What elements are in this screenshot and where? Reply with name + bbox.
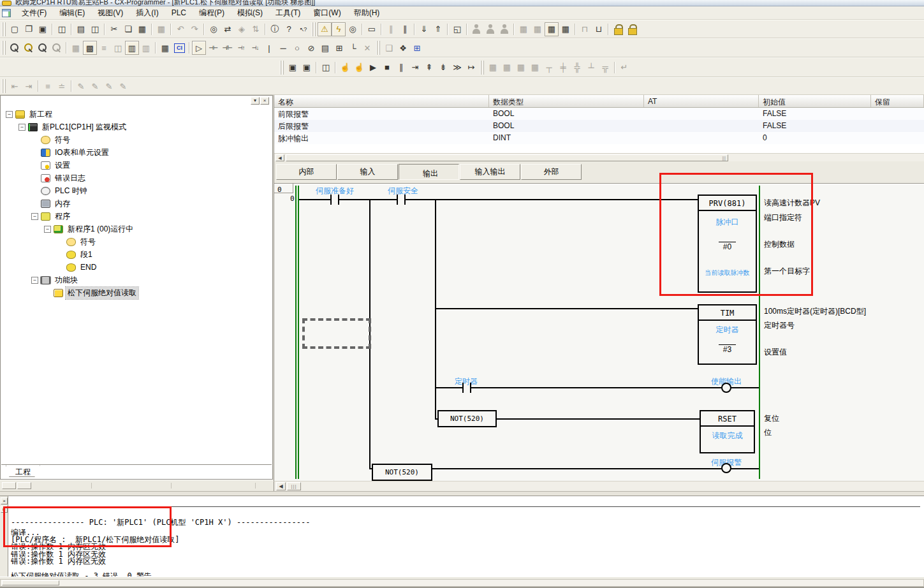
open-contact-symbol[interactable] (397, 195, 398, 205)
zoom-tool-icon[interactable] (8, 41, 22, 55)
open-contact-symbol[interactable] (462, 383, 464, 393)
tab-input-output[interactable]: 输入输出 (460, 164, 520, 180)
tree-expander-icon[interactable]: − (18, 124, 26, 131)
set-protection-icon[interactable] (611, 22, 625, 36)
show-output-tree-icon[interactable]: ▥ (139, 41, 153, 55)
paste-icon[interactable]: ▦ (135, 22, 149, 36)
rset-instruction-block[interactable]: RSET 读取完成 (700, 410, 755, 453)
output-coil-symbol[interactable] (721, 383, 731, 393)
ladder-hscrollbar[interactable]: ◀ ||| (274, 481, 924, 491)
time-chart-monitor-icon[interactable]: ⊔ (592, 22, 606, 36)
compile-all-programs-icon[interactable]: ◎ (346, 22, 360, 36)
ladder-editor[interactable]: 0 0 伺服准备好 伺服安全 定时器 PRV(881) 脉冲口 #0 (274, 183, 924, 481)
menu-tools[interactable]: 工具(T) (269, 6, 307, 20)
differentiate-icon[interactable]: ╦ (598, 61, 612, 75)
menu-program[interactable]: 编程(P) (193, 6, 231, 20)
new-instruction-icon[interactable]: ▤ (318, 41, 332, 55)
tree-expander-icon[interactable]: − (31, 213, 38, 220)
io-memory-icon[interactable]: ▦ (500, 61, 514, 75)
tree-item-end[interactable]: END (2, 261, 271, 274)
symbol-row-rear-limit-alarm[interactable]: 后限报警 BOOL FALSE (274, 120, 924, 132)
show-properties-icon[interactable]: ❖ (396, 41, 410, 55)
force-on-icon[interactable]: ┬ (542, 61, 556, 75)
menu-plc[interactable]: PLC (165, 7, 193, 18)
tree-item-panasonic-servo-fb[interactable]: 松下伺服绝对值读取 (2, 286, 271, 299)
decrease-indent-icon[interactable]: ⇤ (8, 79, 22, 93)
dock-menu-button[interactable]: ▾ (251, 97, 260, 105)
menu-window[interactable]: 窗口(W) (307, 6, 347, 20)
plc-memory-icon[interactable]: ▦ (486, 61, 500, 75)
open-project-icon[interactable]: ❐ (22, 22, 36, 36)
properties-icon[interactable]: ⓘ (268, 22, 282, 36)
menu-simulation[interactable]: 模拟(S) (231, 6, 269, 20)
tim-instruction-block[interactable]: TIM 定时器 #3 (698, 304, 757, 365)
tree-item-programs[interactable]: − 程序 (2, 210, 271, 223)
column-data-type[interactable]: 数据类型 (489, 95, 644, 107)
data-trace-icon[interactable]: ▦ (559, 22, 573, 36)
column-initial-value[interactable]: 初始值 (759, 95, 871, 107)
download-to-plc-icon[interactable]: ⇓ (417, 22, 431, 36)
output-hscrollbar[interactable] (0, 579, 924, 587)
edit-annotation-icon[interactable]: ✎ (102, 79, 116, 93)
show-program-comments-icon[interactable]: ◫ (111, 41, 125, 55)
column-name[interactable]: 名称 (274, 95, 489, 107)
scrollbar-thumb[interactable]: ||| (287, 482, 301, 490)
zoom-to-fit-icon[interactable] (50, 41, 64, 55)
run-icon[interactable]: ▶ (366, 61, 380, 75)
pause-icon[interactable]: ∥ (398, 22, 412, 36)
menu-file[interactable]: 文件(F) (15, 6, 53, 20)
pause-monitor-icon[interactable]: ∥ (384, 22, 398, 36)
symbol-row-front-limit-alarm[interactable]: 前限报警 BOOL FALSE (274, 108, 924, 120)
redo-icon[interactable]: ↷ (187, 22, 202, 36)
project-tab[interactable]: 工程 (6, 465, 40, 477)
operand-set-value[interactable]: #3 (699, 345, 756, 354)
open-contact-symbol[interactable] (404, 195, 406, 205)
tab-external[interactable]: 外部 (521, 164, 582, 180)
open-contact-icon[interactable]: ⊣⊢ (206, 41, 220, 55)
tree-item-memory[interactable]: 内存 (2, 197, 271, 210)
output-nav-icon[interactable]: ▸ (1, 506, 8, 513)
not-instruction-block[interactable]: NOT(520) (372, 464, 432, 481)
step-trace-icon[interactable]: ⊓ (578, 22, 592, 36)
work-online-simulator-icon[interactable]: ☝ (338, 61, 352, 75)
go-to-list-top-icon[interactable]: ≡ (41, 79, 55, 93)
continuous-step-run-icon[interactable]: ≫ (450, 61, 464, 75)
symbol-row-pulse-output[interactable]: 脉冲输出 DINT 0 (274, 132, 924, 144)
tree-item-settings[interactable]: 设置 (2, 159, 271, 172)
context-help-icon[interactable]: ↖? (296, 22, 310, 36)
monitor-window-icon[interactable]: ▦ (545, 22, 559, 36)
increase-indent-icon[interactable]: ⇥ (22, 79, 36, 93)
close-tree-button[interactable]: × (260, 97, 269, 105)
tree-expander-icon[interactable]: − (31, 277, 38, 284)
line-delete-icon[interactable]: ✕ (360, 41, 374, 55)
pane-splitter[interactable] (0, 491, 924, 496)
upload-from-plc-icon[interactable]: ⇑ (431, 22, 445, 36)
differential-monitor-icon[interactable]: ▦ (528, 61, 542, 75)
edit-comment-icon[interactable]: ✎ (74, 79, 88, 93)
show-rung-annotations-icon[interactable]: ≡ (97, 41, 111, 55)
operand-first-target-word[interactable]: 当前读取脉冲数 (699, 268, 756, 277)
find-icon[interactable]: ◎ (207, 22, 221, 36)
smart-input-icon[interactable]: ▦ (158, 41, 172, 55)
return-icon[interactable]: ↵ (617, 61, 631, 75)
open-contact-symbol[interactable] (470, 383, 471, 393)
set-value-icon[interactable]: ┴ (584, 61, 598, 75)
cut-icon[interactable]: ✂ (107, 22, 121, 36)
ci-display-icon[interactable]: CI (174, 43, 185, 53)
watch-sheet-icon[interactable]: ▦ (531, 22, 545, 36)
down-differentiated-contact-icon[interactable]: ⊣↓ (248, 41, 262, 55)
operand-read-complete[interactable]: 读取完成 (701, 430, 754, 441)
pause-simulation-icon[interactable]: ∥ (394, 61, 408, 75)
undo-icon[interactable]: ↶ (173, 22, 187, 36)
operand-timer[interactable]: 定时器 (699, 325, 756, 335)
menu-insert[interactable]: 插入(I) (129, 6, 165, 20)
edit-rung-comment-icon[interactable]: ✎ (88, 79, 102, 93)
fb-online-edit-icon[interactable]: ▣ (300, 61, 314, 75)
operand-port[interactable]: 脉冲口 (699, 217, 756, 228)
tree-item-program1[interactable]: − 新程序1 (00)运行中 (2, 223, 271, 235)
page-setup-icon[interactable]: ◫ (55, 22, 69, 36)
copy-icon[interactable]: ❏ (121, 22, 135, 36)
stop-icon[interactable]: ■ (380, 61, 394, 75)
new-view-icon[interactable]: ❑ (382, 41, 396, 55)
menu-edit[interactable]: 编辑(E) (53, 6, 91, 20)
